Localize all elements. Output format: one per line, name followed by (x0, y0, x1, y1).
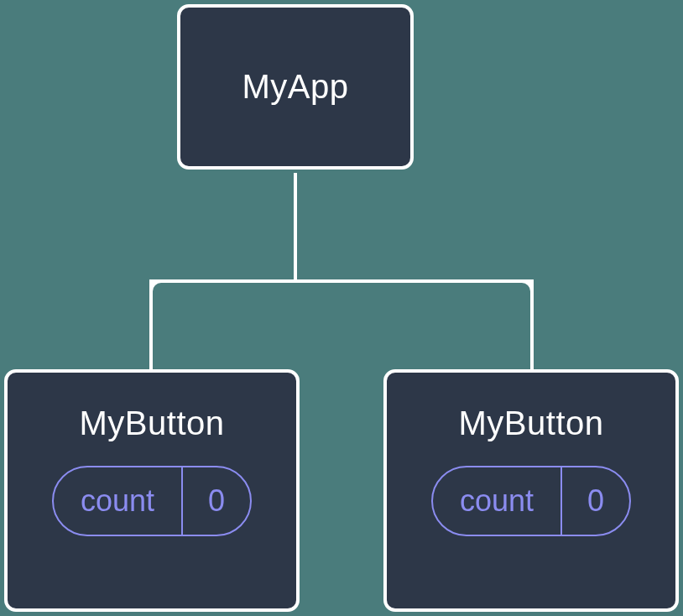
state-pill-left: count 0 (52, 466, 252, 536)
connector-root-to-branch (294, 173, 297, 279)
connector-branch-to-right-child (530, 283, 534, 369)
state-pill-right: count 0 (431, 466, 631, 536)
state-pill-right-value: 0 (562, 467, 629, 535)
root-node-myapp: MyApp (177, 4, 414, 170)
child-node-mybutton-left: MyButton count 0 (4, 369, 300, 612)
state-pill-right-label: count (433, 467, 562, 535)
child-node-left-label: MyButton (80, 405, 225, 442)
connector-branch-horizontal (149, 279, 534, 283)
root-node-label: MyApp (242, 68, 349, 106)
child-node-mybutton-right: MyButton count 0 (383, 369, 679, 612)
connector-branch-to-left-child (149, 283, 153, 369)
state-pill-left-value: 0 (183, 467, 250, 535)
state-pill-left-label: count (54, 467, 183, 535)
child-node-right-label: MyButton (459, 405, 604, 442)
